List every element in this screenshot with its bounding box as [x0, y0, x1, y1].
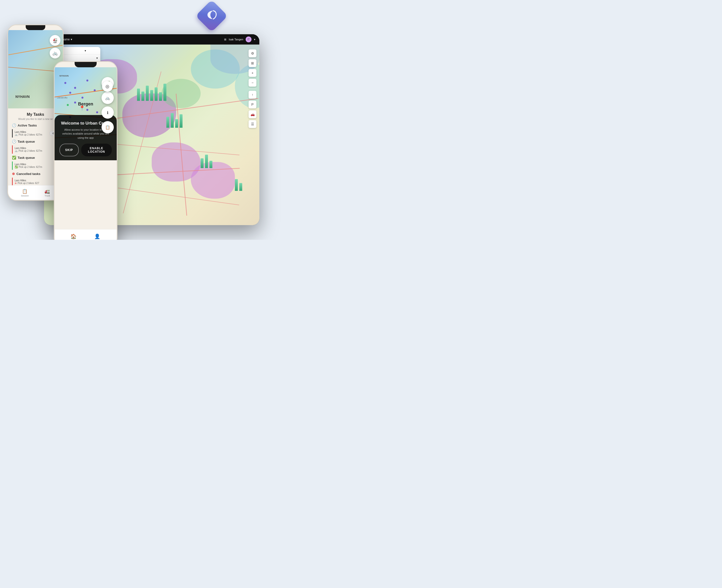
clock-icon: 🕐 — [12, 123, 16, 127]
fg-clipboard-button[interactable]: 📋 — [102, 121, 114, 133]
fullscreen-tool-button[interactable]: ⊞ — [249, 59, 256, 67]
task-queue-2-dist: 627m — [36, 166, 42, 168]
active-tasks-header: 🕐 Active Tasks — [12, 123, 59, 127]
layers-button[interactable]: ☰ — [249, 120, 256, 128]
clock-icon-2: 🕐 — [12, 140, 16, 143]
map-dot-5 — [82, 97, 83, 99]
task-queue-1-desc-text: Pick up 2 bikes — [19, 149, 35, 152]
bike-cancel-icon: 🚲 — [15, 149, 18, 152]
map-dot-6 — [94, 89, 95, 91]
active-task-dist: 627m — [36, 133, 42, 136]
phone-fg-notch — [75, 62, 97, 67]
app-icon-symbol — [206, 8, 218, 23]
phone-fg-nav-map[interactable]: 🏠 Map — [70, 233, 77, 240]
filter-dropdown-icon[interactable]: ▾ — [97, 57, 98, 60]
bike-check-icon: ✅ — [15, 166, 18, 168]
compass-button[interactable]: ↑ — [249, 91, 256, 99]
phone-fg-device: Bergen 📍 NYHAVN LAKSEVÅG 🚛 — [54, 61, 118, 240]
phone-bg-vehicle-btns: 🚛 CO 🚲 — [50, 35, 60, 59]
task-queue-2-desc-text: Pick up 2 bikes — [19, 166, 35, 168]
zoom-out-button[interactable]: − — [249, 79, 256, 87]
cancelled-tasks-header: ⊗ Cancelled tasks — [12, 172, 59, 176]
phone-bg-map-nyhavn: NYHAVN — [16, 95, 29, 99]
enable-location-button[interactable]: ENABLE LOCATION — [81, 144, 112, 156]
active-task-desc-text: Pick up 2 bikes — [19, 133, 35, 136]
phone-bg-notch — [26, 25, 45, 30]
truck-nav-icon: 🚛 — [44, 189, 50, 194]
task-queue-1-desc: 🚲 Pick up 2 bikes 627m — [15, 149, 59, 152]
session-label: Session — [21, 194, 29, 197]
active-task-person: Lars Hilles — [15, 131, 42, 133]
profile-nav-icon: 👤 — [94, 233, 100, 239]
task-queue-1-label: Task queue — [18, 140, 35, 143]
phone-bg-truck-count: CO — [54, 41, 57, 44]
map-towers-group — [137, 84, 166, 101]
bottom-nav-session[interactable]: 📋 Session — [21, 189, 29, 197]
active-task-desc: 🚲 Pick up 2 bikes 627m — [15, 133, 42, 136]
tablet-header: ⊞ 📊 City name ▾ ⊞ Isak Tangen IT ▾ — [44, 34, 259, 44]
laksevag-label: LAKSEVÅG — [57, 97, 67, 99]
task-queue-2-desc: ✅ Pick up 2 bikes 627m — [15, 166, 59, 168]
fg-info-button[interactable]: ℹ — [102, 106, 114, 119]
bottom-nav-truck[interactable]: 🚛 Truck — [44, 189, 50, 197]
bergen-location-pin: 📍 — [79, 105, 85, 111]
tablet-header-right: ⊞ Isak Tangen IT ▾ — [224, 37, 255, 42]
map-dot-2 — [74, 87, 76, 89]
session-icon: 📋 — [22, 189, 27, 194]
active-task-item: Lars Hilles 🚲 Pick up 2 bikes 627m CO — [12, 129, 59, 138]
map-towers-group-4 — [235, 179, 242, 191]
search-dropdown-icon[interactable]: ▾ — [85, 49, 86, 52]
my-tasks-title: My Tasks — [12, 112, 59, 117]
cancelled-tasks-label: Cancelled tasks — [16, 172, 40, 176]
fg-bike-button[interactable]: 🚲 — [102, 92, 114, 104]
map-towers-group-2 — [166, 113, 183, 128]
zoom-in-button[interactable]: + — [249, 69, 256, 77]
cancel-bike-icon: ⊗ — [15, 182, 17, 185]
map-towers-group-3 — [200, 155, 212, 168]
active-tasks-label: Active Tasks — [18, 124, 37, 127]
check-icon: ✅ — [12, 155, 16, 160]
cancelled-task-item: Lars Hilles ⊗ Pick up 2 bikes 627 — [12, 177, 59, 186]
task-queue-1-header: 🕐 Task queue — [12, 140, 59, 143]
chevron-down-icon: ▾ — [71, 38, 72, 41]
settings-tool-button[interactable]: ⚙ — [249, 49, 256, 57]
task-queue-2-person: Lars Hilles — [15, 163, 59, 166]
map-nav-icon: 🏠 — [70, 233, 77, 239]
cancelled-task-dist: 627 — [35, 182, 39, 185]
location-permission-buttons: SKIP ENABLE LOCATION — [60, 144, 112, 156]
task-queue-1-dist: 627m — [36, 149, 42, 152]
map-dot-3 — [86, 80, 88, 82]
map-toolbar: ⚙ ⊞ + − ↑ P 🚗 ☰ — [249, 49, 256, 128]
user-name-label: Isak Tangen — [229, 38, 243, 41]
cancelled-task-desc-text: Pick up 2 bikes — [18, 182, 34, 185]
skip-location-button[interactable]: SKIP — [60, 144, 79, 156]
map-dot-1 — [64, 82, 66, 84]
map-dot-7 — [74, 102, 76, 104]
location-icon: ◎ — [105, 84, 109, 89]
map-dot-4 — [69, 92, 71, 94]
grid-view-icon: ⊞ — [224, 38, 226, 41]
map-dot-8 — [86, 109, 88, 111]
app-icon — [198, 2, 225, 29]
fg-clipboard-icon: 📋 — [105, 125, 110, 130]
map-zone-green-1 — [162, 79, 200, 108]
phone-bg-truck-btn[interactable]: 🚛 CO — [50, 35, 60, 46]
phone-fg-map: Bergen 📍 NYHAVN LAKSEVÅG 🚛 — [55, 67, 117, 160]
cancelled-task-desc: ⊗ Pick up 2 bikes 627 — [15, 182, 59, 185]
parking-button[interactable]: P — [249, 101, 256, 108]
vehicle-view-button[interactable]: 🚗 — [249, 110, 256, 118]
cancel-icon: ⊗ — [12, 172, 15, 176]
fg-info-icon: ℹ — [107, 110, 108, 115]
map-dot-green-1 — [67, 104, 69, 106]
task-queue-1-person: Lars Hilles — [15, 147, 59, 149]
user-avatar: IT — [246, 37, 252, 42]
fg-location-button[interactable]: ◎ — [102, 81, 113, 92]
nyhavn-label-fg: NYHAVN — [60, 75, 68, 77]
phone-bg-bike-btn[interactable]: 🚲 — [50, 48, 60, 59]
task-queue-2-header: ✅ Task queue — [12, 155, 59, 160]
chevron-down-icon-2: ▾ — [254, 38, 255, 41]
task-queue-2-item: Lars Hilles ✅ Pick up 2 bikes 627m — [12, 162, 59, 170]
phone-fg-nav-profile[interactable]: 👤 Profile — [94, 233, 101, 240]
task-queue-2-label: Task queue — [18, 156, 35, 160]
my-tasks-subtitle: Would you like to start a new se — [12, 118, 59, 120]
